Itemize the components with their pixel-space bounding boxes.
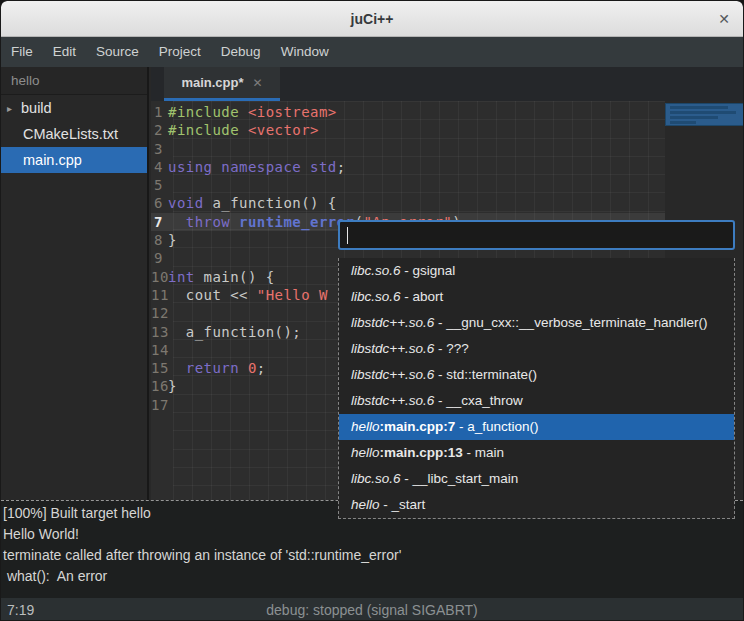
code-line-3[interactable]: 3 — [151, 140, 665, 158]
line-number: 10 — [151, 268, 168, 286]
backtrace-symbol: - __cxa_throw — [434, 393, 523, 408]
backtrace-library: libstdc++.so.6 — [351, 315, 434, 330]
popover-text-line — [670, 121, 696, 124]
backtrace-library: libc.so.6 — [351, 289, 401, 304]
status-bar: 7:19 debug: stopped (signal SIGABRT) — [1, 598, 743, 621]
backtrace-library: libc.so.6 — [351, 263, 401, 278]
backtrace-symbol: - abort — [401, 289, 444, 304]
backtrace-item-3[interactable]: libstdc++.so.6 - ??? — [339, 336, 734, 362]
window-titlebar: juCi++ ✕ — [1, 1, 743, 37]
code-text: #include <vector> — [168, 121, 665, 139]
code-text — [168, 140, 665, 158]
backtrace-library: hello — [351, 497, 380, 512]
backtrace-symbol: - gsignal — [401, 263, 456, 278]
code-line-2[interactable]: 2#include <vector> — [151, 121, 665, 139]
line-number: 6 — [151, 194, 168, 212]
line-number: 12 — [151, 304, 168, 322]
backtrace-symbol: - main — [463, 445, 504, 460]
tree-item-label: build — [21, 100, 52, 116]
backtrace-item-5[interactable]: libstdc++.so.6 - __cxa_throw — [339, 388, 734, 414]
code-line-6[interactable]: 6void a_function() { — [151, 194, 665, 212]
window-close-icon[interactable]: ✕ — [718, 1, 730, 37]
line-number: 14 — [151, 341, 168, 359]
tree-item-main-cpp[interactable]: main.cpp — [1, 147, 147, 173]
backtrace-item-8[interactable]: libc.so.6 - __libc_start_main — [339, 466, 734, 492]
backtrace-symbol: - ??? — [434, 341, 469, 356]
menu-item-project[interactable]: Project — [149, 37, 211, 67]
tab-label: main.cpp* — [181, 75, 243, 90]
menu-item-edit[interactable]: Edit — [43, 37, 86, 67]
backtrace-item-2[interactable]: libstdc++.so.6 - __gnu_cxx::__verbose_te… — [339, 310, 734, 336]
line-number: 1 — [151, 103, 168, 121]
code-line-1[interactable]: 1#include <iostream> — [151, 103, 665, 121]
debug-status-label: debug: stopped (signal SIGABRT) — [1, 598, 743, 621]
backtrace-library: hello — [351, 419, 380, 434]
menubar: FileEditSourceProjectDebugWindow — [1, 37, 743, 67]
line-number: 9 — [151, 249, 168, 267]
debug-popover — [665, 103, 743, 126]
text-cursor — [347, 227, 348, 244]
backtrace-search-input[interactable] — [338, 220, 735, 250]
output-line: what(): An error — [3, 566, 743, 587]
tab-close-icon[interactable]: ✕ — [253, 76, 263, 90]
backtrace-library: hello — [351, 445, 380, 460]
line-number: 8 — [151, 231, 168, 249]
backtrace-symbol: - __libc_start_main — [401, 471, 519, 486]
project-header: hello — [1, 67, 147, 95]
code-text: #include <iostream> — [168, 103, 665, 121]
backtrace-library: libc.so.6 — [351, 471, 401, 486]
code-line-4[interactable]: 4using namespace std; — [151, 158, 665, 176]
backtrace-item-7[interactable]: hello:main.cpp:13 - main — [339, 440, 734, 466]
backtrace-library: libstdc++.so.6 — [351, 393, 434, 408]
tree-item-cmakelists-txt[interactable]: CMakeLists.txt — [1, 121, 147, 147]
backtrace-list: libc.so.6 - gsignallibc.so.6 - abortlibs… — [338, 258, 735, 519]
file-tree: ▸buildCMakeLists.txtmain.cpp — [1, 95, 147, 173]
code-line-5[interactable]: 5 — [151, 176, 665, 194]
popover-text-line — [670, 106, 728, 109]
line-number: 17 — [151, 396, 168, 414]
tree-item-build[interactable]: ▸build — [1, 95, 147, 121]
app-window: juCi++ ✕ FileEditSourceProjectDebugWindo… — [0, 0, 744, 621]
backtrace-symbol: - a_function() — [455, 419, 538, 434]
line-number: 7 — [151, 213, 168, 231]
menu-item-file[interactable]: File — [1, 37, 43, 67]
backtrace-popup: libc.so.6 - gsignallibc.so.6 - abortlibs… — [338, 220, 735, 519]
popover-text-line — [670, 111, 736, 114]
tab-main-cpp[interactable]: main.cpp* ✕ — [164, 67, 280, 101]
backtrace-symbol: - _start — [380, 497, 426, 512]
code-text — [168, 176, 665, 194]
line-number: 3 — [151, 140, 168, 158]
backtrace-item-1[interactable]: libc.so.6 - abort — [339, 284, 734, 310]
backtrace-symbol: - std::terminate() — [434, 367, 537, 382]
output-line: Hello World! — [3, 524, 743, 545]
menu-item-debug[interactable]: Debug — [211, 37, 271, 67]
line-number: 4 — [151, 158, 168, 176]
backtrace-location: :main.cpp:13 — [380, 445, 463, 460]
line-number: 15 — [151, 359, 168, 377]
output-line: terminate called after throwing an insta… — [3, 545, 743, 566]
backtrace-item-4[interactable]: libstdc++.so.6 - std::terminate() — [339, 362, 734, 388]
backtrace-item-6[interactable]: hello:main.cpp:7 - a_function() — [339, 414, 734, 440]
menu-item-source[interactable]: Source — [86, 37, 149, 67]
backtrace-library: libstdc++.so.6 — [351, 367, 434, 382]
expander-icon[interactable]: ▸ — [7, 103, 21, 114]
backtrace-symbol: - __gnu_cxx::__verbose_terminate_handler… — [434, 315, 707, 330]
tree-item-label: main.cpp — [23, 152, 82, 168]
menu-item-window[interactable]: Window — [271, 37, 339, 67]
line-number: 13 — [151, 323, 168, 341]
line-number: 5 — [151, 176, 168, 194]
code-text: using namespace std; — [168, 158, 665, 176]
line-number: 2 — [151, 121, 168, 139]
line-number: 11 — [151, 286, 168, 304]
code-text: void a_function() { — [168, 194, 665, 212]
tree-item-label: CMakeLists.txt — [23, 126, 118, 142]
window-title: juCi++ — [1, 1, 743, 37]
sidebar: hello ▸buildCMakeLists.txtmain.cpp — [1, 67, 149, 500]
backtrace-item-0[interactable]: libc.so.6 - gsignal — [339, 258, 734, 284]
popover-text-line — [670, 116, 718, 119]
backtrace-item-9[interactable]: hello - _start — [339, 492, 734, 518]
line-number: 16 — [151, 377, 168, 395]
backtrace-library: libstdc++.so.6 — [351, 341, 434, 356]
backtrace-location: :main.cpp:7 — [380, 419, 456, 434]
tab-bar: main.cpp* ✕ — [151, 67, 743, 101]
